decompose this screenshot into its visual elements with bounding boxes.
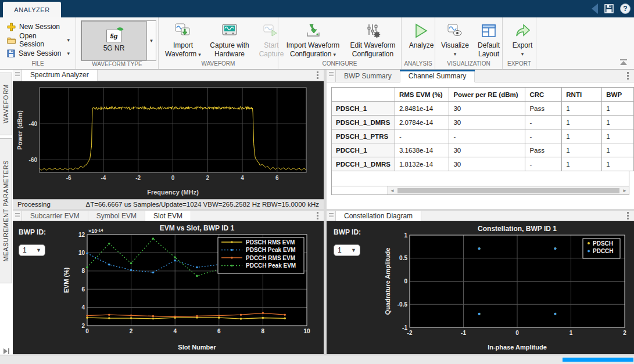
- edit-configuration-icon: [365, 21, 381, 40]
- svg-text:4: 4: [173, 328, 177, 334]
- constellation-bwp-id-select[interactable]: 1 ▼: [334, 244, 360, 256]
- evm-panel-tabbar: Subcarrier EVMSymbol EVMSlot EVM: [13, 211, 324, 221]
- evm-panel-menu-icon[interactable]: [311, 211, 324, 221]
- collapse-ribbon-icon[interactable]: [619, 59, 628, 66]
- ribbon-section-export: Export ▾ EXPORT: [503, 17, 536, 69]
- open-session-label: Open Session: [19, 32, 61, 48]
- bottom-progress-bar: [563, 358, 633, 362]
- svg-text:2: 2: [623, 330, 626, 336]
- constellation-panel-tabbar: Constellation Diagram: [327, 211, 634, 221]
- scroll-left-arrow-icon[interactable]: ◄: [388, 188, 396, 193]
- constellation-panel-drag-handle-icon[interactable]: [327, 211, 336, 221]
- evm-panel-drag-handle-icon[interactable]: [13, 211, 22, 221]
- expand-panel-icon[interactable]: [2, 347, 10, 355]
- channel-summary-table: RMS EVM (%)Power per RE (dBm)CRCRNTIBWPP…: [331, 87, 634, 171]
- tab-constellation-diagram[interactable]: Constellation Diagram: [336, 211, 421, 221]
- save-session-button[interactable]: Save Session ▾: [7, 48, 70, 59]
- table-header-row: RMS EVM (%)Power per RE (dBm)CRCRNTIBWP: [332, 88, 634, 102]
- constellation-panel-menu-icon[interactable]: [621, 211, 634, 221]
- titlebar: ANALYZER ?: [0, 0, 634, 17]
- svg-text:-2: -2: [407, 330, 413, 336]
- waveform-type-5gnr-button[interactable]: 5g 5G NR: [81, 21, 146, 60]
- tab-subcarrier-evm[interactable]: Subcarrier EVM: [22, 211, 88, 221]
- save-session-caret-icon[interactable]: ▾: [67, 51, 70, 56]
- table-horizontal-scrollbar[interactable]: ◄ ►: [388, 186, 629, 194]
- evm-bwp-id-select[interactable]: 1 ▼: [19, 244, 45, 256]
- scrollbar-thumb[interactable]: [397, 188, 619, 193]
- help-icon[interactable]: ?: [620, 3, 631, 14]
- import-waveform-icon: [174, 21, 192, 40]
- capture-with-hardware-button[interactable]: Capture with Hardware: [205, 20, 254, 60]
- svg-text:6: 6: [275, 175, 279, 181]
- svg-text:2: 2: [130, 328, 133, 334]
- waveform-type-gallery-caret[interactable]: ▾: [146, 21, 156, 60]
- open-folder-icon: [7, 37, 16, 44]
- visualize-button[interactable]: Visualize ▾: [439, 20, 471, 58]
- svg-text:-60: -60: [29, 157, 38, 163]
- tab-channel-summary[interactable]: Channel Summary: [400, 70, 475, 82]
- section-label-analysis: ANALYSIS: [404, 60, 432, 69]
- svg-text:-0.5: -0.5: [397, 301, 408, 308]
- edit-configuration-label: Edit Waveform Configuration: [350, 41, 395, 58]
- svg-text:12: 12: [78, 232, 85, 238]
- table-row[interactable]: PDSCH_1_PTRS---11: [332, 129, 634, 143]
- default-layout-button[interactable]: Default Layout: [472, 20, 505, 60]
- main-workspace: WAVEFORM MEASUREMENT PARAMETERS Spectrum…: [0, 70, 634, 355]
- spectrum-analyzer-panel: Spectrum Analyzer -6-4-20246-60-40Freque…: [13, 70, 324, 209]
- section-label-visualization: VISUALIZATION: [438, 60, 500, 69]
- save-disk-icon: [7, 49, 15, 57]
- import-configuration-icon: [305, 21, 321, 40]
- export-label: Export: [513, 41, 533, 49]
- visualize-caret-icon: ▾: [454, 52, 457, 57]
- scroll-right-arrow-icon[interactable]: ►: [621, 188, 629, 193]
- section-label-export: EXPORT: [505, 60, 533, 69]
- spectrum-status-bar: Processing ΔT=66.6667 us Samples/Update=…: [13, 199, 324, 209]
- default-layout-icon: [481, 21, 496, 40]
- analyze-button[interactable]: Analyze: [405, 20, 438, 51]
- tab-spectrum-analyzer[interactable]: Spectrum Analyzer: [22, 70, 98, 81]
- tab-symbol-evm[interactable]: Symbol EVM: [88, 211, 145, 221]
- open-session-caret-icon[interactable]: ▾: [67, 38, 70, 43]
- export-button[interactable]: Export ▾: [506, 20, 539, 58]
- new-session-button[interactable]: New Session: [7, 21, 70, 33]
- svg-text:0: 0: [404, 278, 407, 284]
- status-state: Processing: [17, 201, 51, 208]
- waveform-type-gallery: 5g 5G NR ▾: [81, 20, 156, 61]
- import-waveform-configuration-button[interactable]: Import Waveform Configuration▾: [282, 20, 344, 60]
- table-row[interactable]: PDSCH_1_DMRS2.0784e-1430-11: [332, 116, 634, 129]
- import-configuration-label: Import Waveform Configuration: [286, 41, 340, 58]
- channel-panel-menu-icon[interactable]: [621, 70, 634, 82]
- evm-bwp-id-label: BWP ID:: [19, 228, 46, 236]
- svg-text:-4: -4: [101, 175, 106, 181]
- svg-text:Quadrature Amplitude: Quadrature Amplitude: [384, 248, 391, 315]
- table-row[interactable]: PDCCH_13.1638e-1430Pass11: [332, 143, 634, 157]
- channel-panel-drag-handle-icon[interactable]: [327, 70, 336, 82]
- edit-waveform-configuration-button[interactable]: Edit Waveform Configuration: [345, 20, 400, 60]
- constellation-plot-area: -2-1012-1-0.500.51In-phase AmplitudeQuad…: [327, 221, 634, 354]
- quick-save-icon[interactable]: [604, 3, 614, 14]
- svg-text:0: 0: [171, 175, 175, 181]
- quick-access-arrow-icon: [592, 3, 598, 14]
- analyzer-app-window: ANALYZER ? New Session Open Session: [0, 0, 634, 364]
- spectrum-panel-drag-handle-icon[interactable]: [13, 70, 22, 81]
- svg-text:PDSCH RMS EVM: PDSCH RMS EVM: [246, 239, 295, 246]
- svg-text:10: 10: [78, 250, 85, 256]
- tab-analyzer[interactable]: ANALYZER: [3, 2, 61, 17]
- svg-text:PDCCH RMS EVM: PDCCH RMS EVM: [246, 255, 295, 261]
- quick-access-toolbar: ?: [592, 1, 631, 16]
- constellation-bwp-id-label: BWP ID:: [334, 228, 361, 236]
- svg-text:-1: -1: [461, 330, 466, 336]
- bottom-status-strip: [0, 355, 634, 364]
- tab-slot-evm[interactable]: Slot EVM: [145, 211, 191, 221]
- tab-bwp-summary[interactable]: BWP Summary: [336, 70, 400, 82]
- spectrum-panel-menu-icon[interactable]: [311, 70, 324, 81]
- ribbon-section-configure: Import Waveform Configuration▾ Edit Wave…: [278, 17, 402, 69]
- open-session-button[interactable]: Open Session ▾: [7, 34, 70, 46]
- import-waveform-button[interactable]: Import Waveform▾: [162, 20, 204, 60]
- table-row[interactable]: PDCCH_1_DMRS1.8132e-1430-11: [332, 157, 634, 171]
- svg-text:Frequency (MHz): Frequency (MHz): [147, 189, 199, 196]
- sidebar-item-measurement-parameters[interactable]: MEASUREMENT PARAMETERS: [0, 138, 12, 283]
- table-row[interactable]: PDSCH_12.8481e-1430Pass11: [332, 102, 634, 116]
- sidebar-item-waveform[interactable]: WAVEFORM: [0, 73, 12, 135]
- 5g-leaf-icon: [117, 26, 123, 31]
